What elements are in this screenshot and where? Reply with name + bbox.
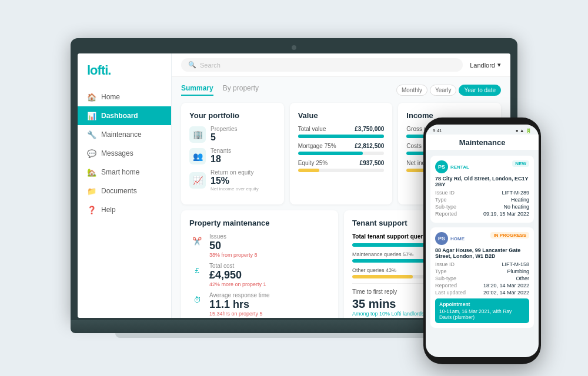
properties-stat: 🏢 Properties 5 (189, 126, 276, 143)
time-filters: Monthly Yearly Year to date (396, 85, 501, 96)
total-value-row: Total value £3,750,000 (298, 126, 385, 132)
portfolio-title: Your portfolio (189, 111, 276, 120)
card2-address: 88 Agar House, 99 Lancaster Gate Street,… (435, 247, 529, 259)
total-amount: £3,750,000 (355, 126, 384, 132)
issues-note: 38% from property 8 (209, 252, 258, 258)
card2-updated-label: Last updated (435, 290, 466, 296)
phone-title: Maintenance (459, 138, 506, 147)
card2-badge: IN PROGRESS (490, 232, 529, 239)
sidebar-item-smarthome[interactable]: 🏡 Smart home (78, 163, 171, 182)
equity-icon: 📈 (189, 172, 206, 189)
equity-stat: 📈 Return on equity 15% Net income over e… (189, 169, 276, 192)
avg-icon: ⏱ (189, 292, 205, 307)
card2-type-detail-row: Type Plumbing (435, 268, 529, 274)
tab-by-property[interactable]: By property (223, 84, 259, 96)
mortgage-row: Mortgage 75% £2,812,500 (298, 143, 385, 149)
tenants-icon: 👥 (189, 148, 206, 164)
landlord-button[interactable]: Landlord ▾ (470, 61, 501, 69)
tenants-value: 18 (211, 154, 231, 164)
maintenance-icon: 🔧 (87, 130, 96, 139)
sidebar-label-help: Help (101, 206, 116, 214)
cost-value: £4,950 (209, 269, 266, 281)
equity-bar (298, 169, 385, 172)
filter-year-to-date[interactable]: Year to date (459, 85, 501, 96)
card2-type-row: PS HOME (435, 232, 465, 245)
sidebar-label-dashboard: Dashboard (101, 112, 138, 120)
appt-value: 10-11am, 16 Mar 2021, with Ray Davis (pl… (439, 308, 525, 320)
sidebar-label-home: Home (101, 93, 120, 101)
cost-icon: £ (189, 263, 205, 278)
card2-type-value: Plumbing (507, 268, 529, 274)
cost-stat: £ Total cost £4,950 42% more on property… (189, 263, 330, 287)
sidebar: lofti. 🏠 Home 📊 Dashboard 🔧 Maintenance … (78, 53, 172, 318)
mortgage-amount: £2,812,500 (355, 143, 384, 149)
search-placeholder: Search (200, 62, 220, 69)
card2-header: PS HOME IN PROGRESS (435, 232, 529, 245)
search-bar[interactable]: 🔍 Search (181, 58, 463, 72)
total-bar-fill (298, 135, 385, 138)
total-label: Total value (298, 126, 326, 132)
card1-reported-label: Reported (435, 211, 457, 217)
property-maintenance-card: Property maintenance ✂️ Issues 50 38% fr… (181, 210, 338, 318)
issues-value: 50 (209, 240, 258, 252)
card2-reported-label: Reported (435, 283, 457, 288)
total-bar (298, 135, 385, 138)
smarthome-icon: 🏡 (87, 167, 96, 177)
mortgage-bar-fill (298, 152, 363, 155)
other-queries-bar-fill (352, 275, 413, 278)
sidebar-item-help[interactable]: ❓ Help (78, 200, 171, 219)
sidebar-item-maintenance[interactable]: 🔧 Maintenance (78, 125, 171, 144)
equity-label: Return on equity (211, 169, 259, 176)
card1-badge: NEW (512, 160, 529, 167)
card1-issue-row: Issue ID LIFT-M-289 (435, 190, 529, 196)
maintenance-card-title: Property maintenance (189, 219, 330, 227)
maintenance-card-2: PS HOME IN PROGRESS 88 Agar House, 99 La… (430, 227, 534, 328)
avg-stat: ⏱ Average response time 11.1 hrs 15.34hr… (189, 292, 330, 317)
card1-type-detail-row: Type Heating (435, 197, 529, 203)
card2-issue-value: LIFT-M-158 (502, 261, 529, 267)
total-queries-label: Total tenant support queries (352, 233, 431, 240)
dashboard-icon: 📊 (87, 111, 96, 120)
mortgage-bar (298, 152, 385, 155)
sidebar-item-home[interactable]: 🏠 Home (78, 88, 171, 106)
sidebar-label-maintenance: Maintenance (101, 130, 142, 139)
tenants-stat: 👥 Tenants 18 (189, 147, 276, 164)
equity-value: 15% (211, 176, 259, 186)
properties-icon: 🏢 (189, 126, 206, 143)
chevron-down-icon: ▾ (497, 61, 501, 69)
tabs: Summary By property (181, 84, 259, 96)
equity-bar-fill (298, 169, 320, 172)
card2-reported-row: Reported 18:20, 14 Mar 2022 (435, 283, 529, 288)
maint-queries-bar-fill (352, 259, 432, 263)
card1-issue-label: Issue ID (435, 190, 455, 196)
sidebar-item-documents[interactable]: 📁 Documents (78, 182, 171, 200)
equity-note: Net income over equity (211, 186, 259, 192)
sidebar-label-documents: Documents (101, 187, 137, 195)
phone-body: PS RENTAL NEW 78 City Rd, Old Street, Lo… (426, 151, 539, 352)
card1-reported-value: 09:19, 15 Mar 2022 (483, 211, 529, 217)
tab-row: Summary By property Monthly Yearly Year … (181, 84, 501, 96)
cost-note: 42% more on property 1 (209, 281, 266, 287)
tab-summary[interactable]: Summary (181, 84, 213, 96)
card1-avatar: PS (435, 160, 448, 173)
avg-label: Average response time (209, 292, 270, 298)
phone-header: Maintenance (426, 135, 539, 151)
phone-time: 9:41 (433, 128, 442, 133)
phone-icons: ● ▲ 🔋 (516, 128, 532, 133)
mortgage-label: Mortgage 75% (298, 143, 336, 149)
filter-monthly[interactable]: Monthly (396, 85, 427, 96)
card2-type-tag: HOME (450, 236, 465, 241)
card1-reported-row: Reported 09:19, 15 Mar 2022 (435, 211, 529, 217)
card1-address: 78 City Rd, Old Street, London, EC1Y 2BY (435, 176, 529, 187)
laptop-camera (292, 45, 296, 50)
sidebar-item-dashboard[interactable]: 📊 Dashboard (78, 106, 171, 125)
maintenance-card-1: PS RENTAL NEW 78 City Rd, Old Street, Lo… (430, 156, 534, 223)
phone-screen: 9:41 ● ▲ 🔋 Maintenance PS RENTAL NEW 78 … (426, 125, 539, 357)
filter-yearly[interactable]: Yearly (430, 85, 456, 96)
home-icon: 🏠 (87, 92, 96, 102)
issues-stat: ✂️ Issues 50 38% from property 8 (189, 233, 330, 258)
sidebar-item-messages[interactable]: 💬 Messages (78, 144, 171, 163)
equity-val-amount: £937,500 (360, 160, 385, 166)
properties-label: Properties (211, 126, 238, 132)
avg-value: 11.1 hrs (209, 298, 270, 311)
